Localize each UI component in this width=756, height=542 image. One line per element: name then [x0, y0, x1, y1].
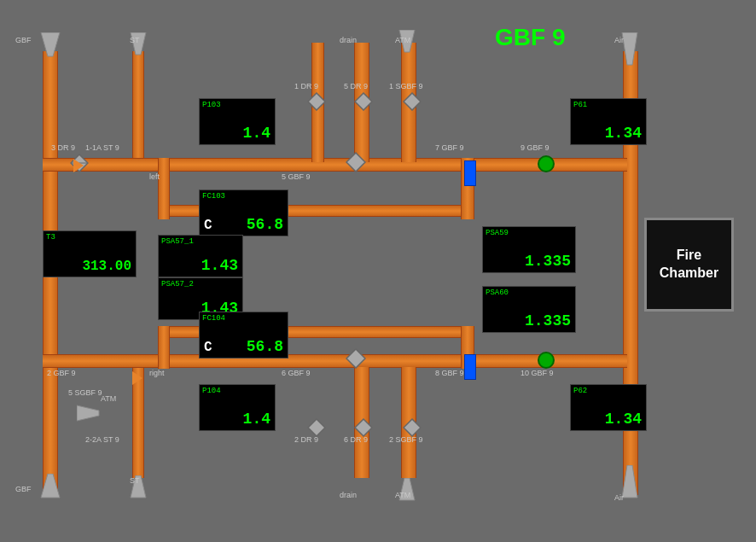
svg-marker-14 — [346, 153, 365, 172]
display-FC104-value: 56.8 — [247, 338, 283, 355]
label-1dr9: 1 DR 9 — [294, 82, 318, 90]
label-7gbf9: 7 GBF 9 — [435, 143, 464, 152]
pipe-st-top — [132, 51, 144, 162]
label-gbf-top: GBF — [15, 36, 32, 44]
display-FC103: FC103 C 56.8 — [199, 189, 288, 236]
svg-marker-0 — [41, 32, 60, 56]
display-P104: P104 1.4 — [199, 384, 276, 431]
display-PSA60: PSA60 1.335 — [482, 286, 576, 333]
svg-marker-16 — [355, 419, 372, 436]
display-FC104-label: FC104 — [202, 314, 225, 323]
label-atm-left: ATM — [101, 394, 116, 403]
display-P61-value: 1.34 — [605, 125, 642, 142]
display-PSA59: PSA59 1.335 — [482, 226, 576, 273]
label-left: left — [149, 172, 160, 181]
label-2dr9: 2 DR 9 — [294, 435, 318, 444]
label-air-bottom: Air — [614, 493, 624, 502]
label-drain-top: drain — [340, 36, 357, 44]
gbf-top-funnel — [34, 32, 67, 58]
valve-2sgbf9[interactable] — [403, 418, 422, 437]
label-9gbf9: 9 GBF 9 — [520, 143, 550, 152]
label-5dr9: 5 DR 9 — [344, 82, 368, 90]
label-5gbf9: 5 GBF 9 — [282, 172, 311, 181]
valve-1dr9[interactable] — [307, 92, 326, 111]
display-FC103-c: C — [204, 218, 212, 233]
valve-center-top[interactable] — [346, 152, 366, 172]
display-T3-label: T3 — [46, 233, 55, 242]
page-title: GBF 9 — [495, 24, 565, 51]
display-P62-label: P62 — [573, 387, 587, 395]
pipe-left-to-st-top — [43, 158, 145, 172]
actuator-8gbf9[interactable] — [464, 354, 476, 380]
display-PSA60-value: 1.335 — [525, 312, 571, 329]
display-FC104: FC104 C 56.8 — [199, 312, 288, 358]
svg-marker-17 — [404, 419, 421, 436]
display-T3-value: 313.00 — [82, 259, 131, 274]
display-P61: P61 1.34 — [570, 98, 647, 145]
display-PSA59-value: 1.335 — [525, 253, 571, 270]
display-PSA57-2-label: PSA57_2 — [161, 280, 194, 288]
label-right: right — [149, 369, 165, 377]
valve-2dr9[interactable] — [307, 418, 326, 437]
svg-marker-15 — [308, 419, 325, 436]
display-PSA60-label: PSA60 — [486, 288, 509, 297]
display-PSA57-1-label: PSA57_1 — [161, 237, 194, 246]
svg-marker-11 — [308, 93, 325, 110]
display-FC103-value: 56.8 — [247, 216, 283, 233]
label-2sgbf9: 2 SGBF 9 — [389, 435, 423, 444]
display-P103-value: 1.4 — [243, 125, 270, 142]
gbf-bottom-funnel — [34, 474, 67, 499]
label-2gbf9: 2 GBF 9 — [47, 369, 76, 377]
display-P61-label: P61 — [573, 101, 587, 109]
svg-marker-1 — [41, 474, 60, 498]
pipe-left-top-connector — [158, 158, 170, 219]
arrow-right-bottom — [132, 371, 142, 385]
label-8gbf9: 8 GBF 9 — [435, 369, 464, 377]
label-1-1a-st9: 1-1A ST 9 — [85, 143, 119, 152]
display-FC104-c: C — [204, 340, 212, 355]
display-P104-value: 1.4 — [243, 411, 270, 428]
valve-center-bottom[interactable] — [346, 348, 366, 369]
label-st-bottom: ST — [130, 476, 140, 485]
pipe-left-to-st-bottom — [43, 354, 145, 368]
label-6dr9: 6 DR 9 — [344, 435, 368, 444]
display-FC103-label: FC103 — [202, 192, 225, 201]
label-air-top: Air — [614, 36, 624, 44]
display-P62: P62 1.34 — [570, 384, 647, 431]
actuator-7gbf9[interactable] — [464, 160, 476, 186]
label-gbf-bottom: GBF — [15, 485, 32, 493]
label-6gbf9: 6 GBF 9 — [282, 369, 311, 377]
display-PSA57-1-value: 1.43 — [201, 257, 238, 274]
display-P103-label: P103 — [202, 101, 221, 109]
display-T3: T3 313.00 — [43, 230, 137, 277]
label-st-top: ST — [130, 36, 140, 44]
atm-left-funnel — [77, 401, 101, 425]
label-atm-top: ATM — [395, 36, 410, 44]
valve-1sgbf9[interactable] — [403, 92, 422, 111]
sensor-10gbf9 — [538, 352, 555, 369]
diagram: GBF 9 — [0, 0, 756, 542]
svg-marker-13 — [404, 93, 421, 110]
label-2-2a-st9: 2-2A ST 9 — [85, 435, 119, 444]
svg-marker-4 — [622, 32, 637, 65]
label-10gbf9: 10 GBF 9 — [520, 369, 554, 377]
svg-marker-18 — [346, 349, 365, 368]
display-P104-label: P104 — [202, 387, 221, 395]
svg-marker-5 — [622, 465, 637, 498]
svg-marker-8 — [77, 405, 99, 421]
fire-chamber-label: FireChamber — [660, 247, 718, 283]
label-1sgbf9: 1 SGBF 9 — [389, 82, 423, 90]
display-PSA57-1: PSA57_1 1.43 — [158, 235, 243, 277]
sensor-9gbf9 — [538, 155, 555, 172]
display-P103: P103 1.4 — [199, 98, 276, 145]
label-atm-bottom: ATM — [395, 491, 410, 499]
svg-marker-12 — [355, 93, 372, 110]
fire-chamber: FireChamber — [644, 218, 734, 312]
display-P62-value: 1.34 — [605, 411, 642, 428]
arrow-3dr9 — [73, 159, 84, 172]
label-drain-bottom: drain — [340, 491, 357, 499]
label-5sgbf9: 5 SGBF 9 — [68, 388, 102, 397]
valve-5dr9[interactable] — [354, 92, 373, 111]
valve-6dr9[interactable] — [354, 418, 373, 437]
display-PSA59-label: PSA59 — [486, 229, 509, 237]
